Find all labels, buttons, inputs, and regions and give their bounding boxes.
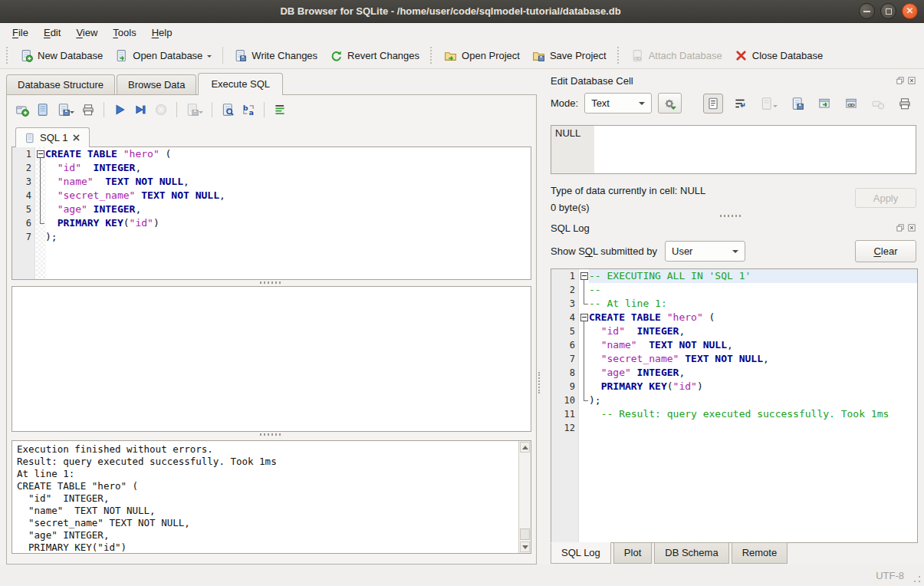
menu-file[interactable]: File (5, 25, 36, 41)
code-line[interactable]: 7 "secret_name" TEXT NOT NULL, (551, 352, 917, 366)
code-line[interactable]: 1CREATE TABLE "hero" ( (12, 147, 531, 161)
toolbar-drag-handle[interactable] (617, 47, 620, 64)
apply-button[interactable]: Apply (855, 188, 916, 208)
save-project-button[interactable]: Save Project (526, 46, 613, 65)
cell-value-editor[interactable]: NULL (551, 125, 916, 174)
code-line[interactable]: 8 "age" INTEGER, (551, 366, 917, 380)
open-external-button[interactable] (814, 94, 834, 114)
cell-value-text[interactable] (594, 126, 916, 173)
print-sql-button[interactable] (79, 100, 97, 119)
close-button[interactable]: ✕ (902, 3, 918, 19)
code-line[interactable]: 2-- (551, 283, 917, 297)
submitter-select[interactable]: User (665, 241, 745, 262)
menu-tools[interactable]: Tools (105, 25, 143, 41)
code-line[interactable]: 12 (551, 421, 917, 435)
find-button[interactable] (219, 100, 237, 119)
code-line[interactable]: 4CREATE TABLE "hero" ( (551, 311, 917, 324)
resize-grip[interactable] (913, 575, 921, 583)
code-line[interactable]: 5 "id" INTEGER, (551, 324, 917, 338)
menu-edit[interactable]: Edit (36, 25, 68, 41)
open-sql-file-button[interactable] (34, 100, 52, 119)
open-database-button[interactable]: Open Database (109, 46, 218, 65)
menu-help[interactable]: Help (144, 25, 180, 41)
float-panel-icon[interactable] (896, 223, 905, 232)
code-line[interactable]: 4 "secret_name" TEXT NOT NULL, (12, 189, 531, 202)
maximize-button[interactable] (880, 3, 896, 19)
dropdown-caret-icon[interactable] (207, 55, 212, 60)
tab-database-structure[interactable]: Database Structure (6, 74, 115, 95)
dock-tab-remote[interactable]: Remote (732, 542, 788, 564)
dock-tab-plot[interactable]: Plot (613, 542, 652, 564)
dock-resize-handle[interactable] (538, 372, 541, 393)
code-line[interactable]: 10); (551, 393, 917, 407)
results-pane[interactable] (12, 286, 531, 432)
fold-marker-icon[interactable] (579, 269, 589, 283)
execute-current-line-button[interactable] (131, 100, 150, 119)
fold-margin (35, 175, 45, 189)
close-database-button[interactable]: Close Database (728, 46, 830, 65)
open-project-button[interactable]: Open Project (438, 46, 526, 65)
code-line[interactable]: 2 "id" INTEGER, (12, 161, 531, 175)
close-sql-tab-icon[interactable] (72, 133, 81, 142)
print-cell-button[interactable] (895, 94, 915, 114)
save-sql-file-button[interactable] (54, 100, 77, 119)
minimize-button[interactable] (859, 3, 875, 19)
clear-log-button[interactable]: Clear (855, 240, 916, 262)
menu-view[interactable]: View (68, 25, 105, 41)
code-line[interactable]: 6 PRIMARY KEY("id") (12, 216, 531, 230)
tab-execute-sql[interactable]: Execute SQL (198, 73, 283, 95)
tab-browse-data[interactable]: Browse Data (117, 74, 196, 95)
code-line[interactable]: 6 "name" TEXT NOT NULL, (551, 338, 917, 352)
scroll-up-icon[interactable] (520, 442, 530, 453)
word-wrap-button[interactable] (730, 94, 750, 114)
copy-cell-link-button[interactable] (841, 94, 861, 114)
sql-doc-tab[interactable]: SQL 1 (15, 127, 90, 147)
auto-mode-button[interactable] (658, 93, 682, 114)
text-view-button[interactable] (703, 94, 723, 114)
toolbar-drag-handle[interactable] (430, 47, 433, 64)
main-tabs: Database StructureBrowse DataExecute SQL (6, 74, 537, 95)
new-database-button[interactable]: New Database (14, 46, 109, 65)
editor-results-splitter[interactable] (12, 280, 531, 285)
code-line[interactable]: 1-- EXECUTING ALL IN 'SQL 1' (551, 269, 917, 283)
attach-database-button[interactable]: Attach Database (625, 46, 728, 65)
code-line[interactable]: 3-- At line 1: (551, 297, 917, 311)
code-line[interactable]: 7); (12, 230, 531, 244)
new-sql-tab-button[interactable] (13, 100, 31, 119)
sql-editor[interactable]: 1CREATE TABLE "hero" (2 "id" INTEGER,3 "… (12, 146, 531, 280)
code-line[interactable]: 3 "name" TEXT NOT NULL, (12, 175, 531, 189)
close-panel-icon[interactable] (907, 76, 916, 85)
execute-all-button[interactable] (110, 100, 129, 119)
set-null-button[interactable] (868, 94, 888, 114)
revert-changes-button[interactable]: Revert Changes (324, 46, 426, 65)
scroll-down-icon[interactable] (520, 542, 530, 552)
titlebar[interactable]: DB Browser for SQLite - /home/user/code/… (0, 0, 924, 23)
dock-tab-sql-log[interactable]: SQL Log (551, 542, 611, 564)
scrollbar[interactable] (518, 441, 531, 553)
write-changes-button[interactable]: Write Changes (228, 46, 324, 65)
find-replace-button[interactable]: ba (239, 100, 258, 119)
float-panel-icon[interactable] (896, 76, 905, 85)
mode-select[interactable]: Text (584, 93, 652, 114)
scrollbar-thumb[interactable] (520, 528, 530, 540)
sql-log-editor[interactable]: 1-- EXECUTING ALL IN 'SQL 1'2--3-- At li… (551, 268, 918, 543)
fold-marker-icon[interactable] (579, 311, 589, 324)
save-results-button[interactable] (183, 100, 206, 119)
open-database-icon (115, 49, 128, 62)
dock-splitter[interactable] (544, 213, 918, 219)
format-sql-button[interactable] (271, 100, 289, 119)
cell-type-info: Type of data currently in cell: NULL (551, 185, 855, 196)
close-panel-icon[interactable] (907, 223, 916, 232)
fold-marker-icon[interactable] (35, 147, 45, 161)
dock-tab-db-schema[interactable]: DB Schema (654, 542, 728, 564)
export-data-button[interactable] (788, 94, 807, 114)
code-line[interactable]: 9 PRIMARY KEY("id") (551, 380, 917, 393)
toolbar-drag-handle[interactable] (6, 47, 9, 64)
code-line[interactable]: 11 -- Result: query executed successfull… (551, 407, 917, 421)
fold-margin (35, 230, 45, 244)
results-log-splitter[interactable] (12, 432, 531, 437)
code-line[interactable]: 5 "age" INTEGER, (12, 202, 531, 216)
execution-log[interactable]: Execution finished without errors.Result… (12, 440, 531, 554)
import-data-button[interactable] (757, 94, 781, 114)
stop-execution-button[interactable] (152, 100, 170, 119)
